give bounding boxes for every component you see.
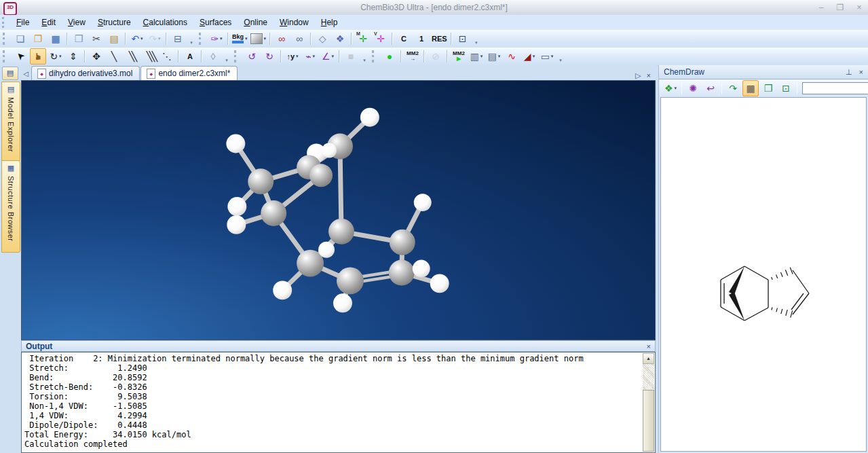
chemdraw-canvas[interactable] — [660, 97, 867, 452]
toolbar-grip[interactable] — [199, 33, 205, 45]
mm2-setup-button[interactable]: MM2→ — [404, 48, 421, 65]
revert-structure-button[interactable]: ↩ — [702, 80, 719, 96]
sidebar-item-model-explorer[interactable]: ▤ Model Explorer — [1, 81, 20, 162]
send-to-3d-button[interactable]: ↷ — [725, 80, 741, 96]
fragment-button[interactable]: ❖ — [332, 31, 348, 47]
measure-distance-button[interactable]: ▥▾ — [468, 48, 485, 65]
rotate-bond-left-button[interactable]: ↺ — [244, 48, 260, 65]
scrollbar-thumb[interactable] — [643, 390, 654, 452]
tab-scroll-left-button[interactable]: ◁ — [20, 68, 31, 80]
minimize-button[interactable]: – — [816, 3, 826, 12]
rotate-tool[interactable]: ↻▾ — [48, 48, 64, 65]
toolbar-grip[interactable] — [234, 50, 240, 62]
hydrogen-atom[interactable] — [227, 215, 246, 234]
live-link-button[interactable]: ▦ — [742, 80, 759, 96]
menu-calculations[interactable]: Calculations — [137, 15, 193, 30]
toolbar-grip[interactable] — [3, 50, 9, 62]
rotate-bond-right-button[interactable]: ↻ — [261, 48, 278, 65]
menu-surfaces[interactable]: Surfaces — [193, 15, 238, 30]
view-axes-button[interactable]: ✛V — [373, 31, 389, 47]
menubar-grip[interactable] — [2, 17, 8, 28]
pin-icon[interactable]: ⊥ — [846, 68, 852, 77]
stereo-glasses-button[interactable]: ∞ — [273, 31, 290, 47]
chemdraw-close-icon[interactable]: × — [859, 68, 863, 77]
carbon-atom[interactable] — [328, 219, 354, 244]
structure-sync-button[interactable]: ❖▾ — [662, 80, 679, 96]
model-axes-button[interactable]: ✛M — [355, 31, 371, 47]
text-tool[interactable]: A — [182, 48, 198, 65]
dashed-bond-tool[interactable]: ⋱ — [159, 48, 175, 65]
menu-structure[interactable]: Structure — [92, 15, 137, 30]
dipole-button[interactable]: ⌁▾ — [302, 48, 318, 65]
dropdown-arrow-icon[interactable]: ▾ — [220, 36, 223, 41]
output-close-icon[interactable]: × — [647, 342, 651, 350]
mm2-run-button[interactable]: MM2▶ — [451, 48, 467, 65]
dropdown-arrow-icon[interactable]: ▾ — [533, 54, 535, 59]
single-bond-tool[interactable]: ╲ — [106, 48, 122, 65]
menu-view[interactable]: View — [62, 15, 92, 30]
clean-structure-button[interactable]: ◇ — [314, 31, 331, 47]
eraser-tool[interactable]: ◊ — [205, 48, 221, 65]
residue-button[interactable]: RES — [431, 31, 448, 47]
hydrogen-atom[interactable] — [226, 134, 245, 153]
fullscreen-button[interactable]: ⊡ — [455, 31, 471, 47]
save-button[interactable]: ▦ — [48, 31, 64, 47]
hydrogen-atom[interactable] — [273, 280, 292, 300]
panel-toggle-button[interactable]: ▤ — [2, 67, 18, 80]
tab-close-button[interactable]: × — [647, 71, 651, 80]
energy-plot-button[interactable]: ◢▾ — [521, 48, 537, 65]
output-text-area[interactable]: Iteration 2: Minimization terminated nor… — [21, 352, 656, 453]
zoom-tool[interactable]: ⇕ — [65, 48, 81, 65]
carbon-atom[interactable] — [309, 164, 333, 187]
background-gradient-button[interactable]: ▾ — [250, 31, 267, 47]
scroll-up-button[interactable]: ▲ — [643, 353, 654, 364]
hydrogen-atom[interactable] — [430, 274, 449, 293]
hydrogen-atom[interactable] — [360, 108, 379, 127]
double-bond-tool[interactable]: ╲ — [124, 48, 140, 65]
dropdown-arrow-icon[interactable]: ▾ — [498, 54, 501, 59]
measure-angle-button[interactable]: ▤▾ — [486, 48, 502, 65]
align-axis-button[interactable]: ↑y▾ — [284, 48, 301, 65]
add-structure-button[interactable]: ✺ — [685, 80, 701, 96]
menu-edit[interactable]: Edit — [35, 15, 62, 30]
dropdown-arrow-icon[interactable]: ▾ — [480, 54, 483, 59]
substituent-1-button[interactable]: 1 — [413, 31, 430, 47]
carbon-atom[interactable] — [337, 268, 364, 295]
dropdown-arrow-icon[interactable]: ▾ — [245, 36, 248, 41]
dropdown-arrow-icon[interactable]: ▾ — [296, 54, 299, 59]
calculation-status-indicator[interactable]: ● — [381, 48, 398, 65]
copy-button[interactable]: ❒ — [71, 31, 87, 47]
select-tool[interactable]: ➤ — [12, 48, 29, 65]
hydrogen-atom[interactable] — [227, 197, 246, 216]
menu-online[interactable]: Online — [238, 15, 273, 30]
carbon-atom[interactable] — [248, 168, 273, 194]
hydrogen-atom[interactable] — [333, 293, 352, 312]
carbon-atom[interactable] — [390, 230, 415, 255]
dropdown-arrow-icon[interactable]: ▾ — [158, 36, 161, 41]
element-c-button[interactable]: C — [396, 31, 412, 47]
hydrogen-atom[interactable] — [322, 143, 337, 158]
toolbar-overflow-button[interactable]: ▾ — [188, 32, 195, 46]
maximize-button[interactable]: ❐ — [835, 3, 845, 12]
dropdown-arrow-icon[interactable]: ▾ — [59, 54, 62, 59]
carbon-atom[interactable] — [389, 260, 415, 286]
tab-scroll-right-button[interactable]: ▷ — [635, 71, 641, 80]
toolbar-overflow-button[interactable]: ▾ — [473, 32, 480, 46]
angle-button[interactable]: ∠▾ — [320, 48, 336, 65]
undo-button[interactable]: ↶▾ — [129, 31, 145, 47]
document-tab-2[interactable]: ◆endo dimer2.c3xml* — [140, 66, 238, 80]
dropdown-arrow-icon[interactable]: ▾ — [264, 36, 267, 41]
print-button[interactable]: ⊟ — [170, 31, 186, 47]
model-3d-viewport[interactable] — [21, 80, 656, 340]
hydrogen-atom[interactable] — [414, 194, 432, 211]
triple-bond-tool[interactable]: ╲ — [141, 48, 157, 65]
chemdraw-search-input[interactable] — [802, 82, 868, 94]
carbon-atom[interactable] — [261, 200, 286, 226]
cut-button[interactable]: ✂ — [88, 31, 105, 47]
toolbar-overflow-button[interactable]: ▾ — [557, 50, 564, 63]
open-button[interactable]: ❐ — [30, 31, 46, 47]
dropdown-arrow-icon[interactable]: ▾ — [312, 54, 315, 59]
toolbar-grip[interactable] — [372, 50, 378, 62]
dropdown-arrow-icon[interactable]: ▾ — [675, 86, 677, 91]
dropdown-arrow-icon[interactable]: ▾ — [140, 36, 143, 41]
